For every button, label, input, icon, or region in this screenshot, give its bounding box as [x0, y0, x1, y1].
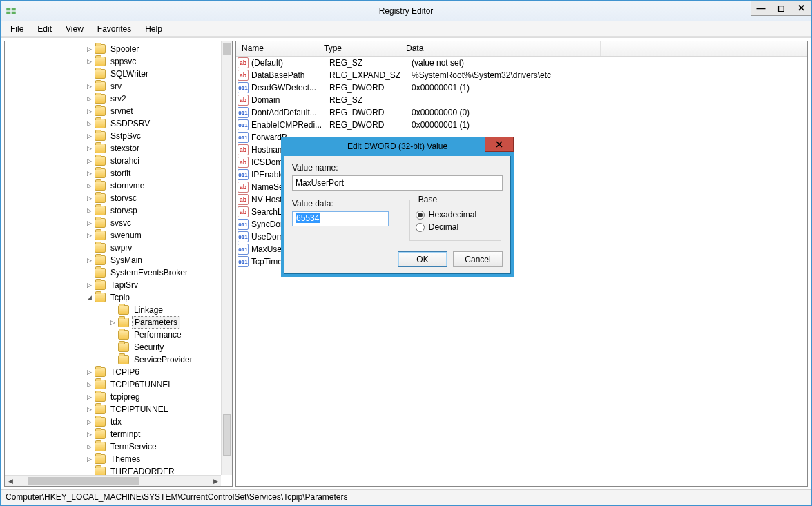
- expand-icon[interactable]: ▷: [85, 169, 93, 177]
- value-row[interactable]: abDomainREG_SZ: [236, 94, 807, 106]
- radio-hexadecimal[interactable]: Hexadecimal: [416, 210, 495, 220]
- tree-item[interactable]: ▷Spooler: [5, 43, 221, 55]
- tree-item[interactable]: ▷sppsvc: [5, 55, 221, 68]
- tree-item[interactable]: ▷TermService: [5, 440, 221, 453]
- tree-item[interactable]: ▷svsvc: [5, 217, 221, 229]
- tree-item[interactable]: ▷storflt: [5, 167, 221, 179]
- titlebar[interactable]: Registry Editor — ◻ ✕: [1, 1, 811, 21]
- scroll-thumb[interactable]: [223, 414, 231, 456]
- tree-item[interactable]: ▷TCPIPTUNNEL: [5, 403, 221, 416]
- tree-item[interactable]: ServiceProvider: [5, 353, 221, 366]
- menu-file[interactable]: File: [5, 23, 29, 35]
- value-row[interactable]: ab(Default)REG_SZ(value not set): [236, 57, 807, 69]
- expand-icon[interactable]: [85, 467, 93, 475]
- expand-icon[interactable]: [85, 244, 93, 252]
- tree-item[interactable]: THREADORDER: [5, 465, 221, 475]
- expand-icon[interactable]: ▷: [85, 393, 93, 401]
- expand-icon[interactable]: [85, 70, 93, 78]
- menu-help[interactable]: Help: [139, 23, 168, 35]
- tree-item[interactable]: ▷stexstor: [5, 142, 221, 155]
- value-row[interactable]: 011DontAddDefault...REG_DWORD0x00000000 …: [236, 106, 807, 119]
- expand-icon[interactable]: ▷: [85, 119, 93, 128]
- hscroll-track[interactable]: [16, 476, 210, 487]
- expand-icon[interactable]: ▷: [85, 206, 93, 215]
- expand-icon[interactable]: ▷: [85, 281, 93, 289]
- menu-edit[interactable]: Edit: [32, 23, 57, 35]
- tree-item[interactable]: SQLWriter: [5, 68, 221, 80]
- tree-item[interactable]: ▷terminpt: [5, 428, 221, 440]
- close-button[interactable]: ✕: [791, 1, 811, 16]
- expand-icon[interactable]: ▷: [85, 182, 93, 190]
- radio-decimal[interactable]: Decimal: [416, 222, 495, 232]
- expand-icon[interactable]: ▷: [85, 219, 93, 227]
- expand-icon[interactable]: [85, 269, 93, 277]
- expand-icon[interactable]: ▷: [85, 45, 93, 53]
- expand-icon[interactable]: ▷: [85, 157, 93, 165]
- expand-icon[interactable]: ▷: [85, 231, 93, 240]
- tree-view[interactable]: ▷Spooler▷sppsvcSQLWriter▷srv▷srv2▷srvnet…: [5, 41, 221, 475]
- hscroll-thumb[interactable]: [28, 477, 139, 485]
- menu-view[interactable]: View: [60, 23, 89, 35]
- tree-item[interactable]: ▷swenum: [5, 229, 221, 242]
- tree-item[interactable]: ▷Parameters: [5, 316, 221, 329]
- expand-icon[interactable]: ▷: [85, 144, 93, 153]
- tree-item[interactable]: ▷SSDPSRV: [5, 117, 221, 130]
- tree-item[interactable]: Performance: [5, 329, 221, 341]
- tree-item[interactable]: ▷srv: [5, 80, 221, 93]
- tree-item[interactable]: ▷Themes: [5, 453, 221, 465]
- value-row[interactable]: 011DeadGWDetect...REG_DWORD0x00000001 (1…: [236, 81, 807, 94]
- tree-item[interactable]: SystemEventsBroker: [5, 266, 221, 279]
- scroll-left-arrow[interactable]: ◀: [5, 476, 16, 487]
- expand-icon[interactable]: ▷: [85, 380, 93, 389]
- tree-item[interactable]: ▷srv2: [5, 93, 221, 105]
- expand-icon[interactable]: ▷: [85, 95, 93, 103]
- tree-item[interactable]: ▷TCPIP6: [5, 366, 221, 378]
- expand-icon[interactable]: ▷: [85, 430, 93, 438]
- maximize-button[interactable]: ◻: [771, 1, 791, 16]
- col-type[interactable]: Type: [318, 41, 400, 56]
- dialog-titlebar[interactable]: Edit DWORD (32-bit) Value: [281, 137, 514, 156]
- expand-icon[interactable]: ▷: [85, 405, 93, 413]
- expand-icon[interactable]: ▷: [85, 82, 93, 90]
- tree-horizontal-scrollbar[interactable]: ◀ ▶: [5, 475, 221, 486]
- tree-item[interactable]: ▷TCPIP6TUNNEL: [5, 378, 221, 391]
- tree-item[interactable]: ▷storvsc: [5, 192, 221, 204]
- expand-icon[interactable]: ▷: [85, 455, 93, 463]
- expand-icon[interactable]: ▷: [85, 194, 93, 202]
- tree-item[interactable]: ▷TapiSrv: [5, 279, 221, 291]
- scroll-up-arrow[interactable]: [223, 43, 231, 55]
- ok-button[interactable]: OK: [398, 251, 447, 267]
- expand-icon[interactable]: [108, 331, 117, 339]
- expand-icon[interactable]: ▷: [85, 418, 93, 426]
- tree-item[interactable]: ▷storahci: [5, 155, 221, 167]
- col-data[interactable]: Data: [400, 41, 601, 56]
- tree-item[interactable]: ▷SstpSvc: [5, 130, 221, 142]
- value-row[interactable]: 011EnableICMPRedi...REG_DWORD0x00000001 …: [236, 119, 807, 131]
- menu-favorites[interactable]: Favorites: [92, 23, 137, 35]
- expand-icon[interactable]: [108, 356, 117, 364]
- col-name[interactable]: Name: [236, 41, 318, 56]
- scroll-right-arrow[interactable]: ▶: [210, 476, 221, 487]
- dialog-close-button[interactable]: [485, 137, 514, 152]
- expand-icon[interactable]: ▷: [85, 132, 93, 140]
- expand-icon[interactable]: ◢: [85, 293, 93, 302]
- tree-item[interactable]: Security: [5, 341, 221, 353]
- value-row[interactable]: abDataBasePathREG_EXPAND_SZ%SystemRoot%\…: [236, 69, 807, 81]
- cancel-button[interactable]: Cancel: [453, 251, 503, 267]
- value-data-input[interactable]: 65534: [292, 211, 389, 226]
- expand-icon[interactable]: ▷: [85, 442, 93, 451]
- value-name-input[interactable]: [292, 175, 503, 191]
- tree-item[interactable]: ▷storvsp: [5, 204, 221, 217]
- tree-item[interactable]: ▷srvnet: [5, 105, 221, 117]
- tree-item[interactable]: Linkage: [5, 304, 221, 316]
- expand-icon[interactable]: [108, 343, 117, 351]
- expand-icon[interactable]: ▷: [108, 318, 117, 327]
- expand-icon[interactable]: ▷: [85, 107, 93, 115]
- expand-icon[interactable]: ▷: [85, 368, 93, 376]
- expand-icon[interactable]: [108, 306, 117, 314]
- tree-item[interactable]: swprv: [5, 242, 221, 254]
- tree-vertical-scrollbar[interactable]: [221, 41, 232, 475]
- expand-icon[interactable]: ▷: [85, 57, 93, 66]
- tree-item[interactable]: ◢Tcpip: [5, 291, 221, 304]
- tree-item[interactable]: ▷tdx: [5, 416, 221, 428]
